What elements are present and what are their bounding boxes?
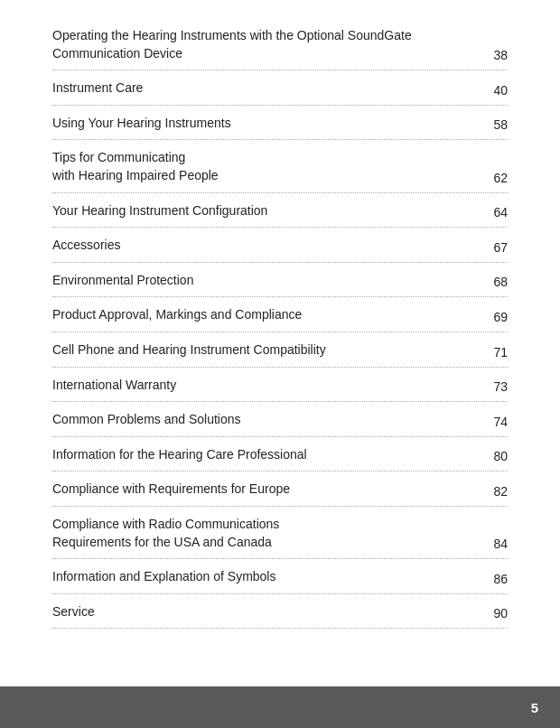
toc-item-page: 62 [486, 171, 508, 185]
toc-item[interactable]: Product Approval, Markings and Complianc… [52, 297, 508, 332]
toc-item-label: Compliance with Requirements for Europe [52, 481, 486, 499]
toc-item-label: International Warranty [52, 377, 486, 395]
toc-item[interactable]: Common Problems and Solutions74 [52, 402, 508, 437]
toc-item[interactable]: Compliance with Radio CommunicationsRequ… [52, 507, 508, 559]
toc-item[interactable]: International Warranty73 [52, 368, 508, 403]
toc-item-label: Operating the Hearing Instruments with t… [52, 27, 486, 62]
toc-item[interactable]: Accessories67 [52, 228, 508, 263]
toc-item-page: 67 [486, 240, 508, 255]
toc-item-page: 82 [486, 484, 508, 499]
toc-item[interactable]: Environmental Protection68 [52, 263, 508, 298]
toc-item-label: Accessories [52, 237, 486, 255]
toc-item-page: 38 [486, 48, 508, 62]
toc-item-label: Instrument Care [52, 79, 486, 98]
toc-container: Operating the Hearing Instruments with t… [52, 18, 508, 629]
toc-item[interactable]: Cell Phone and Hearing Instrument Compat… [52, 332, 508, 368]
toc-item-page: 69 [486, 310, 508, 324]
toc-item-page: 74 [486, 415, 508, 429]
toc-item[interactable]: Instrument Care40 [52, 70, 508, 106]
toc-item[interactable]: Service90 [52, 594, 508, 630]
toc-item-label: Using Your Hearing Instruments [52, 115, 486, 133]
page-number: 5 [531, 700, 538, 715]
toc-item-label: Information and Explanation of Symbols [52, 568, 486, 586]
toc-item-page: 86 [486, 572, 508, 586]
toc-item-page: 80 [486, 449, 508, 463]
toc-item-page: 68 [486, 275, 508, 289]
page-content: Operating the Hearing Instruments with t… [0, 0, 560, 668]
toc-item-page: 84 [486, 537, 508, 551]
toc-item-page: 40 [486, 83, 508, 98]
toc-item-label: Information for the Hearing Care Profess… [52, 446, 486, 464]
toc-item-label: Compliance with Radio CommunicationsRequ… [52, 516, 486, 551]
toc-item[interactable]: Using Your Hearing Instruments58 [52, 106, 508, 141]
toc-item-label: Tips for Communicatingwith Hearing Impai… [52, 149, 486, 184]
toc-item[interactable]: Information for the Hearing Care Profess… [52, 437, 508, 472]
toc-item-page: 64 [486, 205, 508, 219]
toc-item[interactable]: Tips for Communicatingwith Hearing Impai… [52, 140, 508, 192]
toc-item[interactable]: Operating the Hearing Instruments with t… [52, 18, 508, 70]
toc-item-page: 71 [486, 345, 508, 359]
toc-item-label: Service [52, 603, 486, 621]
toc-item-page: 73 [486, 379, 508, 394]
toc-item[interactable]: Information and Explanation of Symbols86 [52, 559, 508, 594]
footer-bar: 5 [0, 686, 560, 728]
toc-item-page: 58 [486, 117, 508, 132]
toc-item-label: Cell Phone and Hearing Instrument Compat… [52, 341, 486, 359]
toc-item-label: Common Problems and Solutions [52, 411, 486, 429]
toc-item-label: Your Hearing Instrument Configuration [52, 202, 486, 220]
toc-item-label: Environmental Protection [52, 272, 486, 290]
toc-item[interactable]: Your Hearing Instrument Configuration64 [52, 193, 508, 229]
toc-item[interactable]: Compliance with Requirements for Europe8… [52, 471, 508, 507]
toc-item-page: 90 [486, 606, 508, 621]
toc-item-label: Product Approval, Markings and Complianc… [52, 306, 486, 324]
